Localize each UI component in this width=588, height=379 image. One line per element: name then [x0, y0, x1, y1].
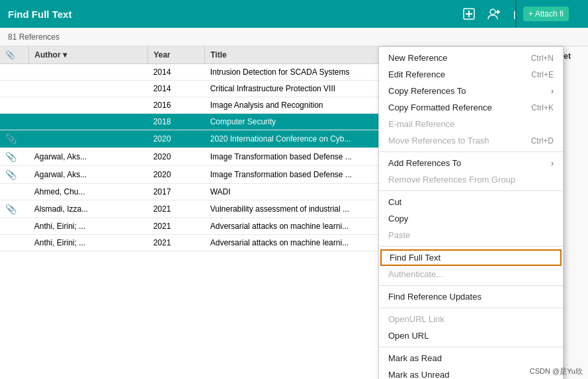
menu-item-e-mail-reference: E-mail Reference — [379, 116, 563, 132]
paperclip-cell: 📎 — [0, 130, 29, 148]
author-cell — [29, 130, 148, 148]
year-cell: 2014 — [148, 64, 205, 81]
menu-item-label: Find Reference Updates — [388, 292, 482, 302]
menu-item-label: Open URL — [388, 331, 429, 341]
menu-item-shortcut: Ctrl+N — [531, 54, 554, 63]
menu-item-mark-as-read[interactable]: Mark as Read — [379, 350, 563, 366]
app-header: Find Full Text — [0, 0, 588, 28]
author-cell — [29, 81, 148, 97]
menu-item-label: New Reference — [388, 53, 448, 63]
menu-item-label: Move References to Trash — [388, 136, 489, 146]
menu-item-label: Copy — [388, 214, 408, 224]
author-cell: Agarwal, Aks... — [29, 166, 148, 184]
menu-item-copy-references-to[interactable]: Copy References To› — [379, 83, 563, 99]
paperclip-cell — [0, 81, 29, 97]
menu-item-open-url[interactable]: Open URL — [379, 327, 563, 344]
menu-item-copy[interactable]: Copy — [379, 210, 563, 227]
menu-item-label: OpenURL Link — [388, 314, 444, 324]
add-reference-button[interactable] — [458, 3, 480, 24]
year-cell: 2018 — [148, 114, 205, 130]
col-header-author[interactable]: Author ▾ — [29, 46, 148, 64]
author-cell — [29, 97, 148, 114]
menu-item-cut[interactable]: Cut — [379, 194, 563, 210]
author-cell: Anthi, Eirini; ... — [29, 235, 148, 251]
paperclip-cell — [0, 184, 29, 200]
paperclip-cell: 📎 — [0, 148, 29, 166]
attach-button[interactable]: + Attach fi — [523, 7, 569, 21]
menu-item-label: Find Full Text — [390, 253, 441, 263]
paperclip-cell — [0, 218, 29, 235]
menu-item-label: E-mail Reference — [388, 119, 454, 129]
paperclip-icon: 📎 — [5, 134, 17, 144]
menu-item-label: Paste — [388, 230, 410, 240]
watermark: CSDN @是Yu欣 — [530, 366, 583, 376]
menu-item-copy-formatted-reference[interactable]: Copy Formatted ReferenceCtrl+K — [379, 99, 563, 116]
col-header-paperclip: 📎 — [0, 46, 29, 64]
year-cell: 2021 — [148, 218, 205, 235]
year-cell: 2020 — [148, 130, 205, 148]
refs-count: 81 References — [8, 32, 60, 42]
menu-item-label: Edit Reference — [388, 69, 445, 79]
menu-item-label: Authenticate... — [388, 269, 443, 279]
year-cell: 2021 — [148, 200, 205, 218]
paperclip-cell — [0, 64, 29, 81]
menu-item-shortcut: Ctrl+D — [531, 136, 554, 146]
menu-item-paste: Paste — [379, 227, 563, 243]
paperclip-cell — [0, 114, 29, 130]
menu-separator — [379, 246, 563, 247]
author-cell — [29, 114, 148, 130]
menu-item-authenticate...: Authenticate... — [379, 266, 563, 282]
year-cell: 2020 — [148, 148, 205, 166]
menu-item-remove-references-from-group: Remove References From Group — [379, 171, 563, 188]
author-cell: Alsmadi, Izza... — [29, 200, 148, 218]
author-cell: Anthi, Eirini; ... — [29, 218, 148, 235]
menu-item-find-full-text[interactable]: Find Full Text — [380, 249, 562, 266]
menu-separator — [379, 347, 563, 347]
menu-item-arrow: › — [551, 87, 554, 96]
context-menu: New ReferenceCtrl+NEdit ReferenceCtrl+EC… — [378, 46, 564, 379]
menu-item-openurl-link: OpenURL Link — [379, 311, 563, 327]
page-title: Find Full Text — [8, 9, 71, 20]
menu-item-shortcut: Ctrl+K — [531, 103, 554, 112]
col-header-year[interactable]: Year — [148, 46, 205, 64]
menu-item-arrow: › — [551, 159, 554, 168]
menu-item-edit-reference[interactable]: Edit ReferenceCtrl+E — [379, 66, 563, 83]
author-cell — [29, 64, 148, 81]
menu-item-add-references-to[interactable]: Add References To› — [379, 155, 563, 171]
year-cell: 2021 — [148, 235, 205, 251]
menu-separator — [379, 285, 563, 286]
paperclip-cell — [0, 235, 29, 251]
sub-header: 81 References — [0, 28, 588, 46]
menu-item-find-reference-updates[interactable]: Find Reference Updates — [379, 288, 563, 305]
menu-item-label: Mark as Read — [388, 353, 442, 363]
menu-separator — [379, 308, 563, 308]
menu-separator — [379, 190, 563, 191]
author-cell: Ahmed, Chu... — [29, 184, 148, 200]
year-cell: 2020 — [148, 166, 205, 184]
menu-item-label: Remove References From Group — [388, 175, 515, 185]
year-cell: 2016 — [148, 97, 205, 114]
year-cell: 2014 — [148, 81, 205, 97]
paperclip-icon: 📎 — [5, 169, 17, 180]
menu-item-label: Add References To — [388, 158, 461, 168]
menu-item-new-reference[interactable]: New ReferenceCtrl+N — [379, 50, 563, 66]
paperclip-icon: 📎 — [5, 204, 17, 214]
menu-item-move-references-to-trash: Move References to TrashCtrl+D — [379, 132, 563, 149]
menu-item-label: Copy References To — [388, 86, 466, 96]
add-person-button[interactable] — [483, 3, 505, 24]
paperclip-icon: 📎 — [5, 151, 17, 162]
menu-item-label: Mark as Unread — [388, 370, 449, 379]
year-cell: 2017 — [148, 184, 205, 200]
paperclip-cell — [0, 97, 29, 114]
right-panel-header: + Attach fi — [515, 0, 588, 28]
svg-point-3 — [490, 9, 495, 15]
menu-item-shortcut: Ctrl+E — [531, 70, 554, 79]
menu-item-label: Cut — [388, 197, 401, 207]
menu-separator — [379, 151, 563, 152]
author-cell: Agarwal, Aks... — [29, 148, 148, 166]
paperclip-cell: 📎 — [0, 166, 29, 184]
paperclip-cell: 📎 — [0, 200, 29, 218]
menu-item-label: Copy Formatted Reference — [388, 103, 492, 112]
